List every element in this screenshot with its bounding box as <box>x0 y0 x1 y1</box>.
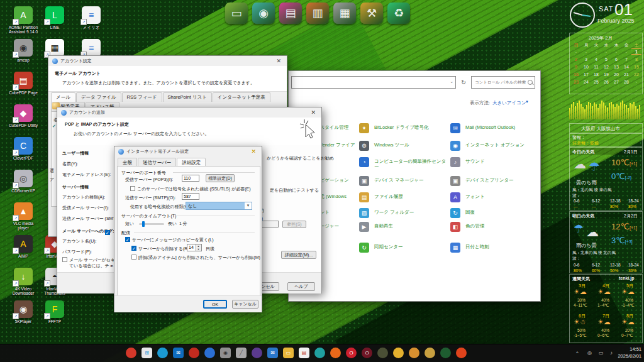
help-button[interactable]: ヘルプ <box>287 282 315 291</box>
windows-icon[interactable]: ⚙ <box>359 141 369 151</box>
cp-item-item[interactable]: インターネット オプション <box>465 143 525 148</box>
taskbar-app-opera[interactable]: O <box>346 348 357 358</box>
taskbar-app-dark-green-app[interactable] <box>440 348 451 358</box>
volume-icon[interactable]: ♪ <box>610 350 613 356</box>
item-icon[interactable]: ◉ <box>450 141 460 151</box>
taskbar-app-angry-birds[interactable] <box>126 348 136 358</box>
tab-sharepoint[interactable]: SharePoint リスト <box>163 92 212 102</box>
spin-down-icon[interactable]: ▼ <box>196 248 201 251</box>
address-bar[interactable]: ⌄ <box>291 76 456 89</box>
remember-password-checkbox[interactable]: ✓ <box>105 230 110 235</box>
taskbar-app-cutter-app[interactable]: ╱ <box>236 348 247 358</box>
browse-button[interactable]: 参照(S) <box>282 221 306 228</box>
item-icon[interactable]: ▣ <box>450 176 460 186</box>
tray-chevron-icon[interactable]: ^ <box>576 350 579 356</box>
cancel-button[interactable]: キャンセル <box>232 300 258 309</box>
cp-item-item[interactable]: ファイル履歴 <box>374 194 403 200</box>
item-icon[interactable]: ↻ <box>450 208 460 218</box>
cp-item-item[interactable]: フォント <box>465 194 485 200</box>
taskbar-app-opera-gx[interactable]: O <box>362 348 372 358</box>
taskbar-app-chrome-beta[interactable] <box>409 348 419 358</box>
taskbar-app-camera-app[interactable]: ◉ <box>220 348 231 358</box>
tab-item[interactable]: データ ファイル <box>76 92 121 102</box>
taskbar-app-outlook[interactable]: ✉ <box>173 348 184 358</box>
cp-item-windows[interactable]: Windows ツール <box>374 143 409 148</box>
smtp-port-input[interactable]: 587 <box>182 193 199 200</box>
remove-on-delete-checkbox[interactable] <box>131 255 136 260</box>
desktop-icon-cubepdf-page[interactable]: ▤↗CubePDF Page <box>8 72 39 95</box>
account-settings-titlebar[interactable]: アカウント設定 ✕ <box>48 56 287 66</box>
tab-item[interactable]: インターネット予定表 <box>213 92 270 102</box>
view-mode-value[interactable]: 大きいアイコン <box>492 100 526 106</box>
taskbar-app-microsoft-store[interactable]: ⊞ <box>142 348 152 358</box>
tray-app-icon[interactable]: ◎ <box>587 350 592 356</box>
timeout-slider-thumb[interactable] <box>142 221 145 227</box>
taskbar-app-chrome[interactable] <box>393 348 404 358</box>
desktop-icon-aimp[interactable]: A↗AIMP <box>8 235 39 258</box>
van-icon[interactable]: ▭ <box>225 3 248 24</box>
item-icon[interactable]: ▣ <box>359 176 369 186</box>
item-icon[interactable]: ↻ <box>359 243 369 253</box>
chevron-down-icon[interactable]: ⌄ <box>450 79 453 84</box>
item-icon[interactable]: ♪ <box>450 157 460 167</box>
cp-item-item[interactable]: 同期センター <box>374 244 403 250</box>
taskbar-app-chrome-dev[interactable] <box>425 348 435 358</box>
cp-item-mail-microsoft-outlook[interactable]: Mail (Microsoft Outlook) <box>465 125 515 131</box>
desktop-icon-cdburnerxp[interactable]: ◎↗CDBurnerXP <box>8 170 39 193</box>
item-icon[interactable]: ◔ <box>359 157 369 167</box>
item-icon[interactable]: ▤ <box>359 192 369 202</box>
pop3-port-input[interactable]: 110 <box>182 175 199 182</box>
refresh-icon[interactable]: ↻ <box>458 76 469 89</box>
taskbar-app-outlook-2[interactable]: ✉ <box>267 348 278 358</box>
tab-item[interactable]: メール <box>51 92 75 102</box>
view-mode-chevron-icon[interactable]: ▼ <box>525 100 529 104</box>
cp-item-item[interactable]: サウンド <box>465 159 485 165</box>
ok-button[interactable]: OK <box>203 300 227 309</box>
desktop-icon-line[interactable]: L↗LINE <box>39 6 70 30</box>
desktop-icon-5kplayer[interactable]: ◉↗5KPlayer <box>8 300 39 324</box>
encryption-type-select[interactable]: なし▼ <box>186 202 252 210</box>
cp-item-item[interactable]: デバイス マネージャー <box>374 178 424 184</box>
taskbar-app-file-explorer[interactable]: ▭ <box>283 348 294 358</box>
cp-item-item[interactable]: 色の管理 <box>465 224 484 229</box>
bitlocker-icon[interactable]: ✦ <box>359 123 369 133</box>
desktop-icon-cleverpdf[interactable]: C↗CleverPDF <box>8 137 39 160</box>
tab-rss[interactable]: RSS フィード <box>122 92 162 102</box>
default-settings-button[interactable]: 標準設定(D) <box>206 174 235 182</box>
cp-item-item[interactable]: デバイスとプリンター <box>465 178 514 184</box>
days-spinner[interactable]: 14 ▲▼ <box>187 244 202 251</box>
pictures-folder-icon[interactable]: ▤ <box>279 3 302 24</box>
cp-item-item[interactable]: ワーク フォルダー <box>374 210 414 216</box>
taskbar-app-red-swirl-app[interactable] <box>189 348 199 358</box>
search-input[interactable] <box>474 79 529 85</box>
desktop-icon-4k-video-downloader[interactable]: ↓↗4K Video Downloader <box>8 268 39 296</box>
cp-item-item[interactable]: 自動再生 <box>374 224 393 229</box>
close-icon[interactable]: ✕ <box>309 109 318 116</box>
more-settings-button[interactable]: 詳細設定(M)... <box>281 251 316 259</box>
leave-copy-checkbox[interactable]: ✓ <box>125 237 130 242</box>
documents-folder-icon[interactable]: ▥ <box>306 3 329 24</box>
taskbar-app-brave[interactable] <box>456 348 467 358</box>
taskbar-app-sticky-notes-app[interactable]: ▤ <box>299 348 309 358</box>
item-icon[interactable]: ▦ <box>450 243 460 253</box>
internet-email-titlebar[interactable]: インターネット電子メール設定 ✕ <box>114 146 262 156</box>
delete-after-checkbox[interactable]: ✓ <box>131 246 136 251</box>
taskbar-clock[interactable]: 14:51 2025/02/01 <box>618 346 641 359</box>
desktop-icon-ffftp[interactable]: F↗FFFTP <box>39 300 70 324</box>
item-icon[interactable]: ◧ <box>450 222 460 232</box>
desktop-icon-amcap[interactable]: ◉↗amcap <box>8 39 39 62</box>
cp-item-item[interactable]: コンピューターの簡単操作センター <box>374 159 448 170</box>
item-icon[interactable]: ▶ <box>359 222 369 232</box>
cp-item-item[interactable]: 日付と時刻 <box>465 244 489 250</box>
item-icon[interactable]: A <box>450 192 460 202</box>
taskbar-app-purple-app[interactable] <box>252 348 262 358</box>
mail-microsoft-outlook-icon[interactable]: ✉ <box>450 123 460 133</box>
taskbar-app-teal-swirl-app[interactable] <box>314 348 325 358</box>
taskbar-app-blue-sphere-app[interactable] <box>204 348 215 358</box>
close-icon[interactable]: ✕ <box>274 58 283 64</box>
network-globe-icon[interactable]: ◉ <box>252 3 275 24</box>
display-icon[interactable]: ▭ <box>599 350 604 356</box>
cp-item-item[interactable]: 回復 <box>465 210 475 216</box>
desktop-icon-cubepdf-utility[interactable]: ◆↗CubePDF Utility <box>8 104 39 128</box>
close-icon[interactable]: ✕ <box>249 148 258 155</box>
